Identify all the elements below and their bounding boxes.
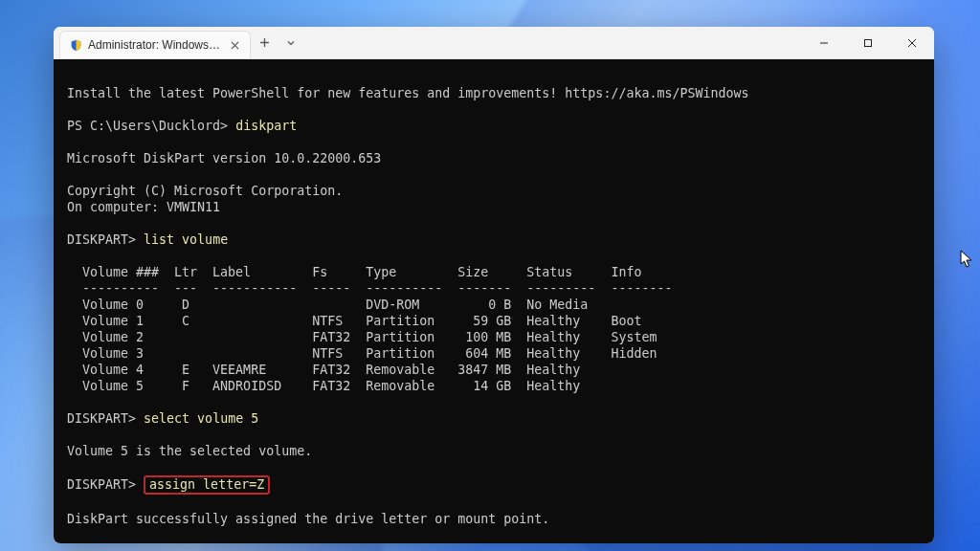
vol-row-0: Volume 0 D DVD-ROM 0 B No Media [67,298,588,312]
diskpart-prompt: DISKPART> [67,232,136,247]
highlighted-command: assign letter=Z [144,475,270,495]
tab-title: Administrator: Windows Powe… [88,38,221,52]
ps-prompt: PS C:\Users\Ducklord> [67,119,228,133]
mouse-cursor-icon [960,250,973,269]
tab-active[interactable]: Administrator: Windows Powe… [59,31,251,58]
vol-table-divider: ---------- --- ----------- ----- -------… [67,281,672,296]
svg-rect-0 [865,39,872,46]
minimize-button[interactable] [802,27,846,58]
vol-row-2: Volume 2 FAT32 Partition 100 MB Healthy … [67,330,657,344]
plus-icon [259,37,270,48]
on-computer-line: On computer: VMWIN11 [67,200,220,214]
close-icon [231,41,239,50]
vol-row-4: Volume 4 E VEEAMRE FAT32 Removable 3847 … [67,363,580,377]
cmd-list-volume: list volume [144,232,228,247]
minimize-icon [819,38,829,48]
vol-row-1: Volume 1 C NTFS Partition 59 GB Healthy … [67,314,641,328]
maximize-button[interactable] [846,27,890,58]
tab-close-button[interactable] [227,37,242,53]
diskpart-version: Microsoft DiskPart version 10.0.22000.65… [67,151,381,165]
cmd-diskpart: diskpart [235,119,297,133]
close-icon [907,38,917,48]
window-close-button[interactable] [890,27,934,58]
resp-assign: DiskPart successfully assigned the drive… [67,512,549,526]
titlebar-drag-region[interactable] [304,27,802,58]
titlebar: Administrator: Windows Powe… [54,27,934,59]
new-tab-button[interactable] [251,27,278,58]
resp-select: Volume 5 is the selected volume. [67,444,312,458]
vol-table-header: Volume ### Ltr Label Fs Type Size Status… [67,265,641,279]
diskpart-prompt: DISKPART> [67,411,136,426]
motd-line: Install the latest PowerShell for new fe… [67,86,748,100]
terminal-body[interactable]: Install the latest PowerShell for new fe… [54,59,934,543]
cmd-assign-letter: assign letter=Z [149,477,264,492]
maximize-icon [863,38,873,48]
diskpart-prompt: DISKPART> [67,477,136,492]
terminal-window: Administrator: Windows Powe… Install the… [54,27,934,543]
shield-icon [70,39,82,52]
chevron-down-icon [286,38,296,48]
vol-row-3: Volume 3 NTFS Partition 604 MB Healthy H… [67,346,657,361]
copyright-line: Copyright (C) Microsoft Corporation. [67,184,343,198]
vol-row-5: Volume 5 F ANDROIDSD FAT32 Removable 14 … [67,379,580,393]
cmd-select-volume: select volume 5 [144,411,258,426]
tab-dropdown-button[interactable] [278,27,304,58]
